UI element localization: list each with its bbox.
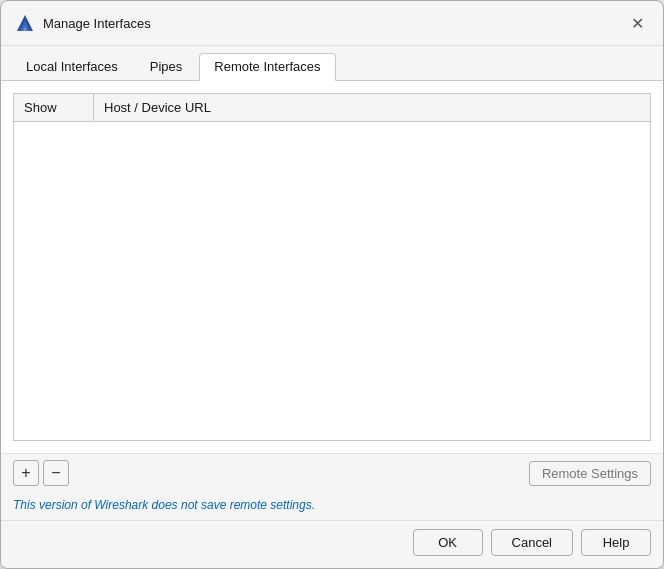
bottom-toolbar: + − Remote Settings: [1, 453, 663, 492]
title-bar: Manage Interfaces ✕: [1, 1, 663, 46]
tab-bar: Local Interfaces Pipes Remote Interfaces: [1, 46, 663, 81]
close-button[interactable]: ✕: [625, 11, 649, 35]
help-button[interactable]: Help: [581, 529, 651, 556]
col-host: Host / Device URL: [94, 94, 650, 121]
tab-pipes[interactable]: Pipes: [135, 53, 198, 81]
interfaces-table: Show Host / Device URL: [13, 93, 651, 441]
col-show: Show: [14, 94, 94, 121]
table-header: Show Host / Device URL: [14, 94, 650, 122]
table-body: [14, 122, 650, 422]
content-area: Show Host / Device URL: [1, 81, 663, 453]
dialog-footer: OK Cancel Help: [1, 520, 663, 568]
wireshark-icon: [15, 13, 35, 33]
add-button[interactable]: +: [13, 460, 39, 486]
ok-button[interactable]: OK: [413, 529, 483, 556]
cancel-button[interactable]: Cancel: [491, 529, 573, 556]
tab-local-interfaces[interactable]: Local Interfaces: [11, 53, 133, 81]
title-bar-left: Manage Interfaces: [15, 13, 151, 33]
remote-settings-button[interactable]: Remote Settings: [529, 461, 651, 486]
window-title: Manage Interfaces: [43, 16, 151, 31]
info-text: This version of Wireshark does not save …: [1, 492, 663, 520]
remove-button[interactable]: −: [43, 460, 69, 486]
tab-remote-interfaces[interactable]: Remote Interfaces: [199, 53, 335, 81]
manage-interfaces-dialog: Manage Interfaces ✕ Local Interfaces Pip…: [0, 0, 664, 569]
